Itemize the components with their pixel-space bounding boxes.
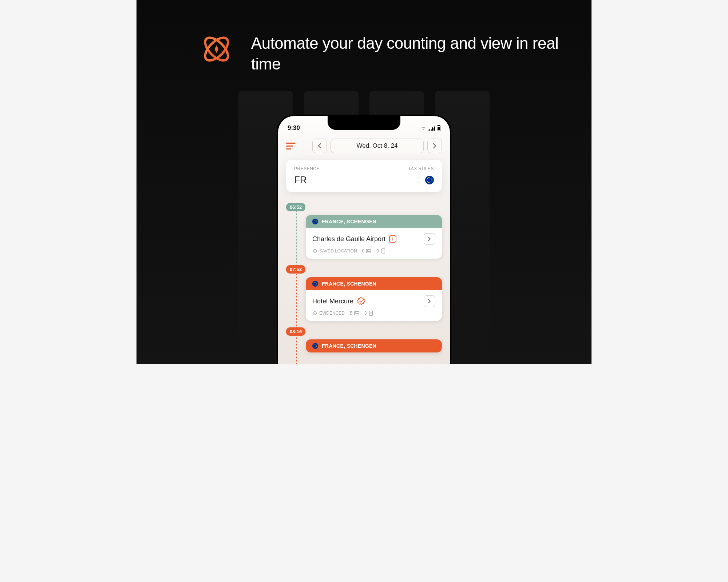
receipt-icon [368,311,373,316]
event-meta-photos: 5 [350,311,359,316]
event-meta-docs: 3 [364,311,374,316]
event-header: FRANCE, SCHENGEN [306,339,442,352]
timeline-event-card[interactable]: FRANCE, SCHENGEN Hotel Mercure [306,277,442,321]
time-badge: 06:52 [286,203,305,211]
time-badge: 08:16 [286,327,305,336]
photo-icon [354,311,359,316]
eu-flag-icon [425,176,434,184]
svg-point-13 [314,313,316,314]
time-badge: 07:52 [286,265,305,274]
event-region: FRANCE, SCHENGEN [322,343,376,349]
presence-card[interactable]: PRESENCE FR TAX RULES [286,160,442,192]
event-region: FRANCE, SCHENGEN [322,281,376,287]
verified-badge-icon [357,297,365,305]
eu-flag-icon [312,281,318,287]
next-day-button[interactable] [427,139,442,153]
svg-rect-4 [438,127,440,130]
status-icons [420,125,440,131]
chevron-right-icon [433,143,436,148]
target-icon [312,311,317,316]
timeline: 06:52 FRANCE, SCHENGEN Charles de Gaulle… [278,203,450,352]
tax-rules-label: TAX RULES [408,166,434,171]
status-time: 9:30 [288,124,300,132]
presence-value: FR [294,174,320,186]
event-meta-docs: 0 [376,248,386,254]
battery-icon [437,125,440,131]
event-header: FRANCE, SCHENGEN [306,215,442,228]
eu-flag-icon [312,343,318,349]
presence-label: PRESENCE [294,166,320,171]
event-region: FRANCE, SCHENGEN [322,219,376,224]
date-selector[interactable]: Wed. Oct 8, 24 [331,139,424,153]
phone-notch [328,116,400,130]
signal-icon [428,125,435,131]
prev-day-button[interactable] [312,139,327,153]
event-meta-location: EVIDENCED [312,311,345,316]
timeline-event-card[interactable]: FRANCE, SCHENGEN [306,339,442,352]
timeline-event-card[interactable]: FRANCE, SCHENGEN Charles de Gaulle Airpo… [306,215,442,259]
photo-icon [366,248,371,254]
chevron-left-icon [318,143,321,148]
headline-text: Automate your day counting and view in r… [251,33,592,74]
chevron-right-icon [428,237,431,241]
event-detail-button[interactable] [424,295,435,307]
receipt-icon [381,248,386,254]
event-meta-photos: 0 [362,248,372,254]
app-logo-icon [200,33,233,65]
event-title: Charles de Gaulle Airport [312,235,385,243]
event-detail-button[interactable] [424,233,435,245]
target-icon [312,248,317,254]
phone-mockup: 9:30 [277,115,451,364]
event-meta-location: SAVED LOCATION [312,248,357,254]
chevron-right-icon [428,299,431,303]
event-header: FRANCE, SCHENGEN [306,277,442,290]
eu-flag-icon [312,219,318,224]
info-icon: i [389,235,396,243]
event-title: Hotel Mercure [312,298,353,305]
svg-point-6 [314,251,316,252]
wifi-icon [420,125,427,131]
menu-icon[interactable] [286,141,298,150]
